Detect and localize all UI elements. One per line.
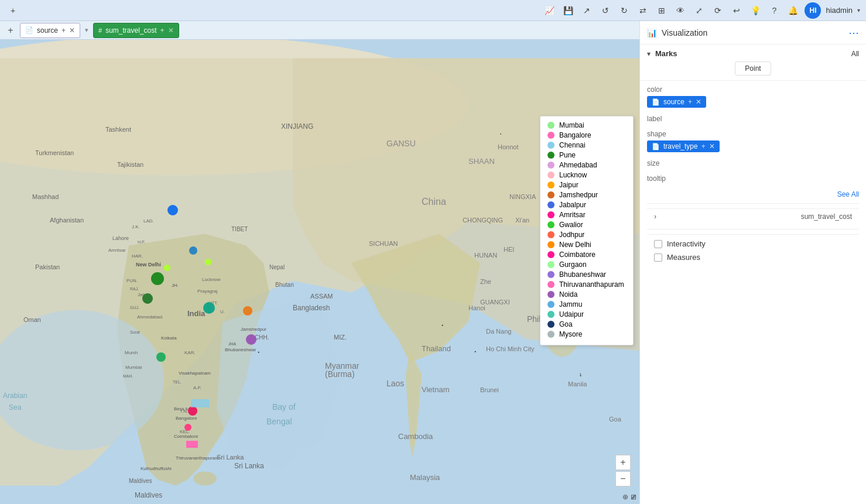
- shape-pill-plus[interactable]: +: [701, 142, 706, 150]
- interactivity-checkbox[interactable]: [654, 240, 662, 248]
- save-icon[interactable]: 💾: [561, 4, 575, 18]
- undo-icon[interactable]: ↺: [598, 4, 612, 18]
- size-label: size: [647, 159, 859, 167]
- tooltip-label: tooltip: [647, 174, 859, 183]
- user-name[interactable]: hiadmin: [826, 6, 853, 15]
- city-dot-jaipur[interactable]: [164, 265, 170, 271]
- svg-text:Bhutan: Bhutan: [275, 282, 294, 288]
- source-tab-label: source: [37, 26, 58, 35]
- legend-item: Coimbatore: [547, 251, 626, 259]
- svg-text:Laos: Laos: [386, 379, 404, 388]
- label-label: label: [647, 115, 859, 123]
- add-icon[interactable]: +: [6, 4, 20, 18]
- legend-item: Lucknow: [547, 171, 626, 179]
- lightbulb-icon[interactable]: 💡: [748, 4, 762, 18]
- sum-tab-close[interactable]: ✕: [168, 26, 174, 35]
- bottom-section: Interactivity Measures: [647, 234, 859, 271]
- legend-color-dot: [547, 271, 554, 278]
- legend-color-dot: [547, 191, 554, 198]
- map-icon-1[interactable]: ⊕: [622, 493, 628, 501]
- redo-icon[interactable]: ↻: [617, 4, 631, 18]
- shape-pill-close[interactable]: ✕: [709, 142, 715, 150]
- city-dot-thiruvananthapuram[interactable]: [186, 441, 198, 448]
- sum-tab-plus[interactable]: +: [160, 26, 165, 35]
- city-dot-lucknow[interactable]: [205, 259, 211, 265]
- legend-city-name: Bhubaneshwar: [559, 270, 606, 279]
- city-dot-jamshedpur[interactable]: [243, 306, 252, 316]
- legend-color-dot: [547, 211, 554, 218]
- viz-menu-button[interactable]: ⋯: [848, 26, 859, 39]
- marks-chevron[interactable]: ▾: [647, 50, 651, 58]
- size-prop-row: size: [647, 159, 859, 167]
- legend-item: Goa: [547, 320, 626, 328]
- source-tab-close[interactable]: ✕: [69, 26, 75, 35]
- grid-icon[interactable]: ⊞: [655, 4, 669, 18]
- resize-icon[interactable]: ⤢: [692, 4, 706, 18]
- legend-item: Ahmedabad: [547, 161, 626, 169]
- svg-text:J.K.: J.K.: [132, 224, 140, 229]
- bell-icon[interactable]: 🔔: [786, 4, 800, 18]
- city-dot-bhubaneshwar[interactable]: [246, 334, 256, 345]
- chart-icon[interactable]: 📈: [542, 4, 556, 18]
- legend-color-dot: [547, 291, 554, 298]
- city-dot-gurgaon[interactable]: [203, 302, 215, 314]
- share-icon[interactable]: ⇄: [636, 4, 650, 18]
- eye-icon[interactable]: 👁: [673, 4, 687, 18]
- see-all-button[interactable]: See All: [837, 190, 859, 198]
- svg-text:Kolkata: Kolkata: [161, 335, 177, 341]
- city-dot-coimbatore[interactable]: [184, 424, 191, 431]
- sum-expand-icon[interactable]: ›: [654, 212, 656, 221]
- source-tab[interactable]: 📄 source + ✕: [20, 23, 80, 38]
- interactivity-row[interactable]: Interactivity: [654, 239, 852, 248]
- marks-type-button[interactable]: Point: [735, 61, 771, 76]
- color-pill-close[interactable]: ✕: [696, 98, 701, 106]
- refresh-icon[interactable]: ↩: [730, 4, 744, 18]
- svg-text:China: China: [422, 197, 446, 207]
- map-area[interactable]: Turkmenistan Tajikistan Afghanistan Paki…: [0, 40, 639, 504]
- city-dot-amritsar[interactable]: [167, 205, 178, 215]
- sum-row[interactable]: › sum_travel_cost: [654, 212, 852, 221]
- svg-text:Mumh: Mumh: [125, 350, 138, 355]
- svg-text:MAH.: MAH.: [123, 374, 134, 378]
- legend-item: Amritsar: [547, 211, 626, 219]
- map-bottom-icons: ⊕ ⊞ ⤢: [622, 493, 636, 501]
- city-dot-mumbai[interactable]: [156, 352, 166, 362]
- svg-text:●: ●: [474, 349, 476, 353]
- user-avatar[interactable]: HI: [805, 2, 821, 19]
- fullscreen-icon[interactable]: ⤢: [631, 493, 636, 501]
- color-label: color: [647, 85, 859, 94]
- add-tab-button[interactable]: +: [5, 25, 16, 36]
- legend-city-name: Gurgaon: [559, 260, 587, 269]
- left-panel: + 📄 source + ✕ ▾ # sum_travel_cost + ✕: [0, 21, 639, 504]
- export-icon[interactable]: ↗: [580, 4, 594, 18]
- svg-text:Oman: Oman: [23, 316, 41, 323]
- legend-item: Mysore: [547, 330, 626, 338]
- sum-tab[interactable]: # sum_travel_cost + ✕: [93, 23, 179, 38]
- measures-checkbox[interactable]: [654, 253, 662, 262]
- loop-icon[interactable]: ⟳: [711, 4, 725, 18]
- color-pill-icon: 📄: [652, 98, 660, 106]
- color-pill-plus[interactable]: +: [688, 98, 692, 106]
- tooltip-prop-row: tooltip: [647, 174, 859, 183]
- svg-text:Lucknow: Lucknow: [202, 277, 221, 282]
- svg-text:Cambodia: Cambodia: [398, 432, 433, 441]
- svg-text:Surat: Surat: [130, 330, 140, 334]
- city-dot-jaipur2[interactable]: [151, 272, 164, 285]
- user-chevron[interactable]: ▾: [857, 7, 860, 13]
- city-rect-bangalore[interactable]: [191, 399, 210, 407]
- zoom-out-button[interactable]: −: [615, 471, 631, 486]
- svg-text:Sri Lanka: Sri Lanka: [217, 454, 244, 461]
- question-icon[interactable]: ?: [767, 4, 781, 18]
- legend-color-dot: [547, 201, 554, 208]
- svg-text:Kulhudhuffushi: Kulhudhuffushi: [141, 466, 172, 471]
- svg-text:GUJ.: GUJ.: [130, 306, 139, 310]
- zoom-in-button[interactable]: +: [615, 455, 631, 470]
- city-dot-delhi[interactable]: [189, 246, 197, 255]
- svg-text:ASSAM: ASSAM: [310, 293, 333, 300]
- legend-color-dot: [547, 132, 554, 139]
- measures-row[interactable]: Measures: [654, 253, 852, 262]
- svg-text:TEL.: TEL.: [173, 380, 182, 384]
- source-tab-plus[interactable]: +: [61, 26, 66, 35]
- city-dot-ahmedabad[interactable]: [142, 293, 153, 304]
- city-dot-bangalore[interactable]: [188, 406, 197, 416]
